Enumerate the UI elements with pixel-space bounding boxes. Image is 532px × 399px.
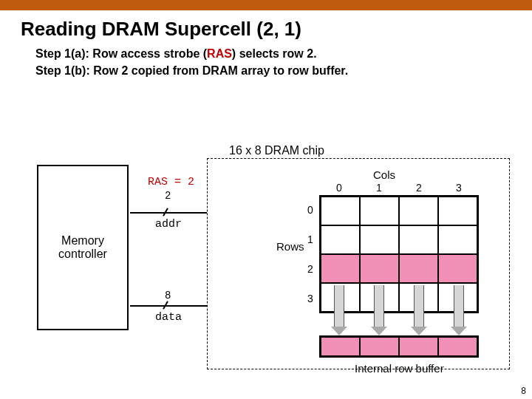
step-list: Step 1(a): Row access strobe (RAS) selec… xyxy=(35,45,532,79)
row-3: 3 xyxy=(307,284,313,313)
buffer-cell-2 xyxy=(399,337,438,356)
cell-1-0 xyxy=(321,225,360,254)
cell-1-2 xyxy=(399,225,438,254)
row-buffer-label: Internal row buffer xyxy=(355,362,444,375)
col-index-labels: 0 1 2 3 xyxy=(319,182,479,194)
cell-2-1 xyxy=(360,254,399,283)
page-number: 8 xyxy=(521,386,526,396)
col-3: 3 xyxy=(439,182,479,194)
buffer-cell-3 xyxy=(438,337,477,356)
accent-bar xyxy=(0,0,532,10)
cell-0-1 xyxy=(360,197,399,225)
ras-highlight: RAS xyxy=(207,47,232,60)
ras-value-label: RAS = 2 xyxy=(148,176,194,188)
cell-2-0 xyxy=(321,254,360,283)
row-2: 2 xyxy=(307,254,313,284)
rows-header: Rows xyxy=(276,240,304,253)
memory-controller: Memory controller xyxy=(37,165,129,330)
slide-title: Reading DRAM Supercell (2, 1) xyxy=(21,18,532,41)
addr-wire xyxy=(130,212,207,214)
row-index-labels: 0 1 2 3 xyxy=(307,195,313,313)
cell-1-1 xyxy=(360,225,399,254)
col-1: 1 xyxy=(359,182,399,194)
cell-0-0 xyxy=(321,197,360,225)
cell-2-2 xyxy=(399,254,438,283)
addr-width: 2 xyxy=(165,190,171,202)
copy-arrow-0 xyxy=(332,285,346,335)
addr-name: addr xyxy=(155,218,182,231)
data-name: data xyxy=(155,311,182,324)
data-width: 8 xyxy=(165,290,171,301)
buffer-cell-0 xyxy=(321,337,360,356)
step-1b: Step 1(b): Row 2 copied from DRAM array … xyxy=(35,62,532,79)
cell-0-3 xyxy=(438,197,477,225)
copy-arrow-2 xyxy=(412,285,426,335)
col-2: 2 xyxy=(399,182,439,194)
cols-header: Cols xyxy=(373,168,395,181)
row-buffer xyxy=(319,335,479,358)
cell-1-3 xyxy=(438,225,477,254)
step-1a: Step 1(a): Row access strobe (RAS) selec… xyxy=(35,45,532,62)
cell-0-2 xyxy=(399,197,438,225)
memory-controller-label: Memory controller xyxy=(58,234,107,261)
chip-label: 16 x 8 DRAM chip xyxy=(229,144,324,157)
row-0: 0 xyxy=(307,195,313,225)
col-0: 0 xyxy=(319,182,359,194)
buffer-cell-1 xyxy=(360,337,399,356)
copy-arrow-3 xyxy=(452,285,466,335)
step-1a-post: ) selects row 2. xyxy=(232,47,317,60)
step-1a-pre: Step 1(a): Row access strobe ( xyxy=(35,47,207,60)
row-1: 1 xyxy=(307,225,313,254)
cell-2-3 xyxy=(438,254,477,283)
data-wire xyxy=(130,305,207,307)
copy-arrow-1 xyxy=(372,285,386,335)
